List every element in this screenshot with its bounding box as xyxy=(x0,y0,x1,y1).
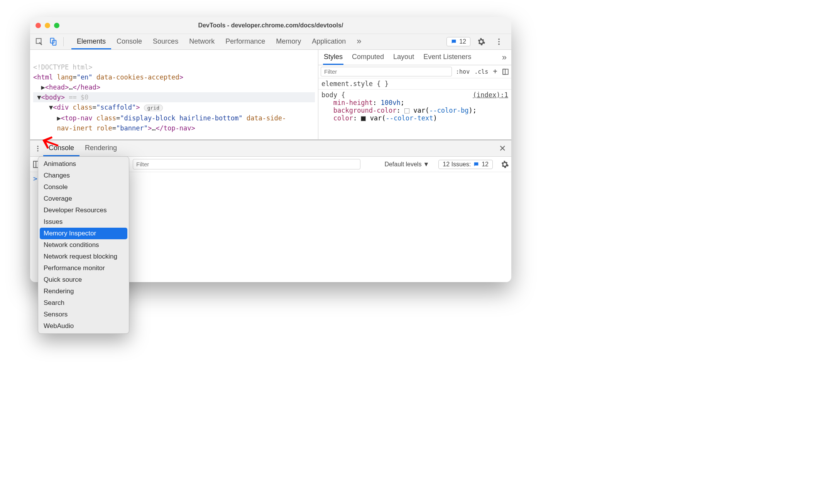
window-title: DevTools - developer.chrome.com/docs/dev… xyxy=(30,22,511,29)
color-swatch-icon[interactable] xyxy=(404,108,409,113)
svg-rect-7 xyxy=(503,69,505,74)
chevron-down-icon: ▼ xyxy=(423,161,429,168)
tab-layout[interactable]: Layout xyxy=(392,50,415,65)
computed-sidebar-icon[interactable] xyxy=(500,68,511,75)
tab-network[interactable]: Network xyxy=(184,34,220,49)
cls-toggle[interactable]: .cls xyxy=(472,68,490,75)
tab-eventlisteners[interactable]: Event Listeners xyxy=(423,50,472,65)
hov-toggle[interactable]: :hov xyxy=(453,68,472,75)
styles-more-tabs[interactable] xyxy=(502,52,507,63)
doctype-line: <!DOCTYPE html> xyxy=(33,63,93,71)
issues-counter[interactable]: 12 xyxy=(446,37,470,46)
styles-panel: Styles Computed Layout Event Listeners :… xyxy=(318,50,511,139)
css-rule-body[interactable]: body {(index):1 min-height: 100vh; backg… xyxy=(318,90,511,123)
tab-performance[interactable]: Performance xyxy=(220,34,271,49)
styles-filter-input[interactable] xyxy=(321,67,452,76)
separator xyxy=(63,37,64,46)
svg-point-3 xyxy=(498,39,500,40)
menu-item-quick-source[interactable]: Quick source xyxy=(38,274,129,286)
tab-styles[interactable]: Styles xyxy=(323,50,343,65)
svg-point-4 xyxy=(498,41,500,42)
new-style-rule[interactable]: + xyxy=(490,67,500,76)
menu-item-coverage[interactable]: Coverage xyxy=(38,193,129,205)
menu-item-rendering[interactable]: Rendering xyxy=(38,286,129,297)
more-tools-menu[interactable]: Animations Changes Console Coverage Deve… xyxy=(38,156,129,334)
drawer-tabstrip: Console Rendering ✕ xyxy=(30,140,511,157)
menu-item-webaudio[interactable]: WebAudio xyxy=(38,320,129,332)
menu-item-animations[interactable]: Animations xyxy=(38,158,129,170)
issues-count: 12 xyxy=(459,38,466,45)
settings-icon[interactable] xyxy=(476,36,487,47)
menu-item-network-request-blocking[interactable]: Network request blocking xyxy=(38,251,129,262)
menu-item-developer-resources[interactable]: Developer Resources xyxy=(38,205,129,216)
main-tabstrip: Elements Console Sources Network Perform… xyxy=(71,34,446,49)
css-rule-element-style[interactable]: element.style { } xyxy=(318,78,511,90)
svg-point-10 xyxy=(37,150,38,151)
more-tabs-button[interactable] xyxy=(351,34,367,49)
drawer-tab-rendering[interactable]: Rendering xyxy=(79,140,122,156)
styles-filter-bar: :hov .cls + xyxy=(318,65,511,78)
device-toolbar-icon[interactable] xyxy=(48,36,59,47)
console-settings-icon[interactable] xyxy=(501,160,509,169)
svg-point-5 xyxy=(498,44,500,45)
window-titlebar: DevTools - developer.chrome.com/docs/dev… xyxy=(30,17,511,34)
menu-item-sensors[interactable]: Sensors xyxy=(38,309,129,320)
menu-item-issues[interactable]: Issues xyxy=(38,216,129,228)
color-swatch-icon[interactable] xyxy=(361,116,366,121)
drawer-issues-counter[interactable]: 12 Issues: 12 xyxy=(438,160,493,169)
drawer-close-icon[interactable]: ✕ xyxy=(496,144,509,154)
source-link[interactable]: (index):1 xyxy=(473,91,508,99)
main-content: <!DOCTYPE html> <html lang="en" data-coo… xyxy=(30,50,511,139)
menu-item-performance-monitor[interactable]: Performance monitor xyxy=(38,262,129,274)
inspect-element-icon[interactable] xyxy=(34,36,45,47)
dom-tree[interactable]: <!DOCTYPE html> <html lang="en" data-coo… xyxy=(30,50,318,139)
main-toolbar: Elements Console Sources Network Perform… xyxy=(30,34,511,50)
menu-item-memory-inspector[interactable]: Memory Inspector xyxy=(40,228,127,239)
menu-item-console[interactable]: Console xyxy=(38,181,129,193)
menu-item-network-conditions[interactable]: Network conditions xyxy=(38,239,129,251)
console-filter-input[interactable] xyxy=(133,159,360,169)
log-levels-dropdown[interactable]: Default levels ▼ xyxy=(384,161,429,168)
more-options-icon[interactable] xyxy=(494,36,504,47)
elements-panel[interactable]: <!DOCTYPE html> <html lang="en" data-coo… xyxy=(30,50,318,139)
tab-application[interactable]: Application xyxy=(306,34,351,49)
console-prompt-icon: > xyxy=(33,174,37,183)
tab-console[interactable]: Console xyxy=(111,34,147,49)
menu-item-changes[interactable]: Changes xyxy=(38,170,129,181)
tab-memory[interactable]: Memory xyxy=(271,34,306,49)
tab-sources[interactable]: Sources xyxy=(147,34,184,49)
layout-badge[interactable]: grid xyxy=(144,105,163,111)
menu-item-search[interactable]: Search xyxy=(38,297,129,309)
tab-computed[interactable]: Computed xyxy=(351,50,385,65)
styles-tabstrip: Styles Computed Layout Event Listeners xyxy=(318,50,511,65)
tab-elements[interactable]: Elements xyxy=(71,34,111,49)
